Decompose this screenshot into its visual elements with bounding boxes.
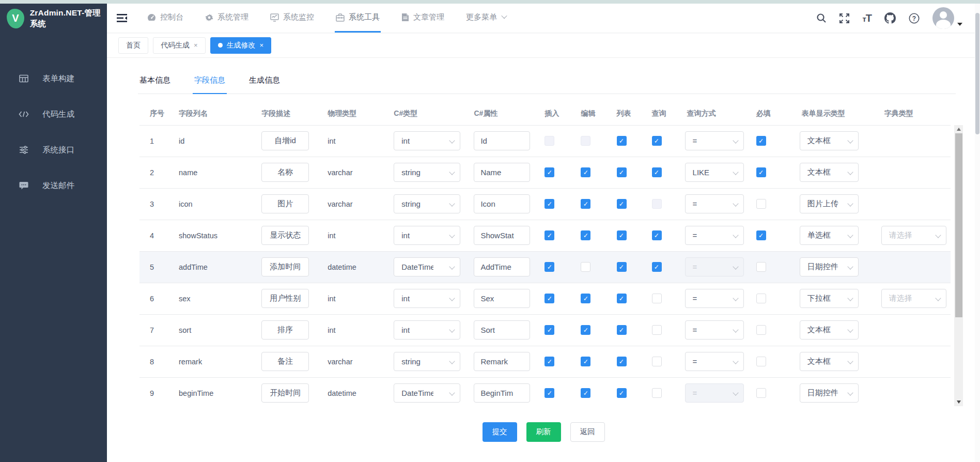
- query-type-select[interactable]: =: [685, 289, 744, 308]
- insert-checkbox[interactable]: ✓: [545, 167, 554, 177]
- edit-checkbox[interactable]: ✓: [581, 325, 590, 335]
- insert-checkbox[interactable]: ✓: [545, 294, 554, 303]
- scrollbar-thumb[interactable]: [955, 133, 962, 317]
- scroll-up-arrow[interactable]: [954, 125, 963, 133]
- display-type-select[interactable]: 文本框: [800, 163, 859, 182]
- table-scrollbar[interactable]: [954, 125, 963, 406]
- github-icon[interactable]: [884, 12, 896, 24]
- tab-基本信息[interactable]: 基本信息: [138, 75, 172, 94]
- description-input[interactable]: 用户性别: [261, 289, 309, 308]
- display-type-select[interactable]: 文本框: [800, 320, 859, 340]
- list-checkbox[interactable]: ✓: [617, 294, 627, 303]
- required-checkbox[interactable]: [756, 388, 766, 398]
- dict-type-select[interactable]: 请选择: [881, 289, 946, 308]
- user-menu[interactable]: [932, 7, 962, 29]
- edit-checkbox[interactable]: [581, 262, 590, 272]
- query-checkbox[interactable]: [652, 199, 662, 209]
- dict-type-select[interactable]: 请选择: [881, 226, 946, 245]
- insert-checkbox[interactable]: ✓: [545, 262, 554, 272]
- query-checkbox[interactable]: [652, 388, 662, 398]
- list-checkbox[interactable]: ✓: [617, 199, 627, 209]
- cs-type-select[interactable]: string: [394, 194, 460, 213]
- query-checkbox[interactable]: ✓: [652, 167, 662, 177]
- edit-checkbox[interactable]: ✓: [581, 199, 590, 209]
- opened-tab-首页[interactable]: 首页: [118, 37, 148, 54]
- display-type-select[interactable]: 日期控件: [800, 257, 859, 276]
- query-type-select[interactable]: =: [685, 257, 744, 276]
- insert-checkbox[interactable]: [545, 136, 554, 146]
- nav-item-控制台[interactable]: 控制台: [146, 4, 184, 33]
- display-type-select[interactable]: 日期控件: [800, 383, 859, 403]
- query-checkbox[interactable]: [652, 294, 662, 303]
- font-size-icon[interactable]: ᴛT: [862, 12, 872, 24]
- cs-type-select[interactable]: int: [394, 131, 460, 150]
- cs-property-input[interactable]: Sort: [474, 320, 530, 340]
- cs-type-select[interactable]: int: [394, 289, 460, 308]
- submit-button[interactable]: 提交: [483, 422, 517, 442]
- opened-tab-代码生成[interactable]: 代码生成×: [153, 37, 206, 54]
- edit-checkbox[interactable]: ✓: [581, 294, 590, 303]
- query-type-select[interactable]: =: [685, 194, 744, 213]
- display-type-select[interactable]: 文本框: [800, 131, 859, 150]
- collapse-menu-icon[interactable]: [113, 9, 131, 27]
- refresh-button[interactable]: 刷新: [526, 422, 561, 442]
- nav-item-系统管理[interactable]: 系统管理: [204, 4, 250, 33]
- display-type-select[interactable]: 图片上传: [800, 194, 859, 213]
- close-icon[interactable]: ×: [194, 42, 198, 49]
- required-checkbox[interactable]: [756, 199, 766, 209]
- nav-item-更多菜单[interactable]: 更多菜单: [465, 4, 507, 33]
- search-icon[interactable]: [816, 13, 827, 23]
- list-checkbox[interactable]: ✓: [617, 357, 627, 366]
- cs-property-input[interactable]: Name: [474, 163, 530, 182]
- list-checkbox[interactable]: ✓: [617, 167, 627, 177]
- cs-type-select[interactable]: DateTime: [394, 383, 460, 403]
- edit-checkbox[interactable]: ✓: [581, 357, 590, 366]
- cs-property-input[interactable]: ShowStat: [474, 226, 530, 245]
- query-type-select[interactable]: =: [685, 320, 744, 340]
- sidebar-item-form-builder[interactable]: 表单构建: [0, 66, 107, 91]
- cs-property-input[interactable]: Icon: [474, 194, 530, 213]
- page-scrollbar-thumb[interactable]: [975, 13, 979, 134]
- fullscreen-icon[interactable]: [839, 13, 849, 23]
- close-icon[interactable]: ×: [260, 42, 264, 49]
- list-checkbox[interactable]: ✓: [617, 325, 627, 335]
- insert-checkbox[interactable]: ✓: [545, 357, 554, 366]
- query-type-select[interactable]: LIKE: [685, 163, 744, 182]
- cs-type-select[interactable]: DateTime: [394, 257, 460, 276]
- query-type-select[interactable]: =: [685, 131, 744, 150]
- query-type-select[interactable]: =: [685, 383, 744, 403]
- list-checkbox[interactable]: ✓: [617, 136, 627, 146]
- query-checkbox[interactable]: [652, 357, 662, 366]
- query-checkbox[interactable]: ✓: [652, 136, 662, 146]
- required-checkbox[interactable]: ✓: [756, 136, 766, 146]
- cs-type-select[interactable]: int: [394, 320, 460, 340]
- list-checkbox[interactable]: ✓: [617, 388, 627, 398]
- sidebar-item-api[interactable]: 系统接口: [0, 137, 107, 162]
- nav-item-系统监控[interactable]: 系统监控: [269, 4, 315, 33]
- list-checkbox[interactable]: ✓: [617, 230, 627, 240]
- opened-tab-生成修改[interactable]: 生成修改×: [210, 37, 272, 54]
- insert-checkbox[interactable]: ✓: [545, 230, 554, 240]
- description-input[interactable]: 图片: [261, 194, 309, 213]
- edit-checkbox[interactable]: ✓: [581, 167, 590, 177]
- page-scrollbar[interactable]: [975, 4, 980, 462]
- nav-item-系统工具[interactable]: 系统工具: [335, 4, 381, 33]
- query-type-select[interactable]: =: [685, 352, 744, 371]
- cs-property-input[interactable]: Id: [474, 131, 530, 150]
- insert-checkbox[interactable]: ✓: [545, 325, 554, 335]
- cs-property-input[interactable]: Remark: [474, 352, 530, 371]
- description-input[interactable]: 排序: [261, 320, 309, 340]
- tab-生成信息[interactable]: 生成信息: [247, 75, 282, 94]
- sidebar-item-mail[interactable]: 发送邮件: [0, 173, 107, 198]
- tab-字段信息[interactable]: 字段信息: [193, 75, 227, 94]
- list-checkbox[interactable]: ✓: [617, 262, 627, 272]
- avatar[interactable]: [932, 7, 954, 29]
- cs-property-input[interactable]: AddTime: [474, 257, 530, 276]
- insert-checkbox[interactable]: ✓: [545, 199, 554, 209]
- description-input[interactable]: 名称: [261, 163, 309, 182]
- cs-type-select[interactable]: string: [394, 352, 460, 371]
- insert-checkbox[interactable]: ✓: [545, 388, 554, 398]
- help-icon[interactable]: ?: [909, 13, 920, 24]
- required-checkbox[interactable]: [756, 262, 766, 272]
- required-checkbox[interactable]: [756, 357, 766, 366]
